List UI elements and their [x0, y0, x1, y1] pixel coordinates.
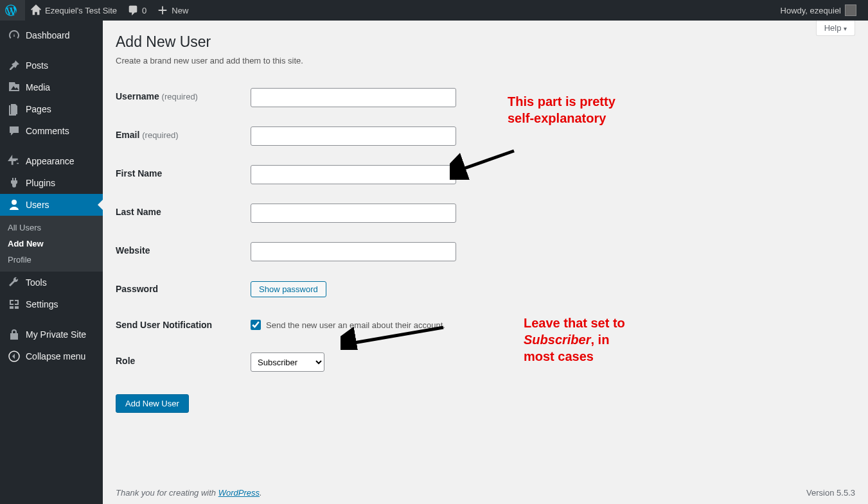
- sidebar-item-tools: Tools: [0, 272, 103, 293]
- wp-logo-menu[interactable]: [0, 0, 25, 21]
- notification-checkbox[interactable]: [251, 320, 261, 330]
- pin-icon: [8, 59, 21, 72]
- sidebar-item-label: Tools: [26, 277, 47, 288]
- page-description: Create a brand new user and add them to …: [116, 56, 855, 65]
- main-content: Add New User Create a brand new user and…: [103, 21, 868, 504]
- admin-footer: Thank you for creating with WordPress. V…: [116, 488, 855, 498]
- site-name-label: Ezequiel's Test Site: [45, 6, 117, 15]
- username-label: Username: [116, 91, 159, 101]
- username-required: (required): [162, 92, 198, 101]
- comments-menu-icon: [8, 125, 21, 137]
- password-label: Password: [116, 284, 158, 294]
- users-icon: [8, 198, 21, 211]
- sidebar-item-comments: Comments: [0, 120, 103, 142]
- plugins-icon: [8, 177, 21, 189]
- sidebar-item-pages: Pages: [0, 98, 103, 120]
- add-new-user-button[interactable]: Add New User: [116, 394, 189, 413]
- sidebar-item-label: Settings: [26, 299, 58, 309]
- comments-count: 0: [142, 6, 146, 15]
- sidebar-item-label: Collapse menu: [26, 351, 85, 361]
- comments-icon: [127, 4, 139, 16]
- footer-thank-you: Thank you for creating with WordPress.: [116, 488, 262, 498]
- new-content-link[interactable]: New: [152, 0, 193, 21]
- comments-link[interactable]: 0: [122, 0, 152, 21]
- site-name-link[interactable]: Ezequiel's Test Site: [25, 0, 122, 21]
- role-select[interactable]: Subscriber: [251, 352, 324, 372]
- sidebar-item-label: Media: [26, 82, 50, 92]
- my-account-link[interactable]: Howdy, ezequiel: [775, 0, 862, 21]
- sidebar-item-settings: Settings: [0, 293, 103, 315]
- firstname-label: First Name: [116, 168, 162, 178]
- sidebar-item-dashboard: Dashboard: [0, 24, 103, 46]
- settings-icon: [8, 298, 21, 311]
- sidebar-item-label: Dashboard: [26, 30, 70, 40]
- help-tab[interactable]: Help: [816, 21, 855, 36]
- plus-icon: [157, 4, 168, 16]
- submenu-profile: Profile: [0, 252, 103, 268]
- sidebar-item-my-private-site: My Private Site: [0, 324, 103, 345]
- sidebar-item-media: Media: [0, 76, 103, 98]
- website-label: Website: [116, 245, 150, 256]
- sidebar-item-plugins: Plugins: [0, 172, 103, 194]
- page-title: Add New User: [116, 33, 855, 51]
- sidebar-item-label: Users: [26, 200, 49, 210]
- media-icon: [8, 81, 21, 94]
- sidebar-item-label: My Private Site: [26, 329, 86, 340]
- admin-sidebar: Dashboard Posts Media Pages Comments App…: [0, 21, 103, 504]
- avatar: [845, 4, 856, 16]
- firstname-input[interactable]: [251, 165, 456, 184]
- sidebar-item-label: Appearance: [26, 156, 75, 166]
- email-required: (required): [142, 130, 178, 140]
- sidebar-item-label: Pages: [26, 104, 51, 114]
- new-user-form: Username (required) Email (required) Fir…: [116, 78, 855, 381]
- role-label: Role: [116, 356, 135, 366]
- dashboard-icon: [8, 29, 21, 42]
- collapse-icon: [8, 350, 21, 363]
- howdy-label: Howdy, ezequiel: [781, 6, 841, 15]
- notification-text: Send the new user an email about their a…: [266, 320, 445, 330]
- submenu-all-users: All Users: [0, 220, 103, 236]
- users-submenu: All Users Add New Profile: [0, 216, 103, 272]
- lastname-input[interactable]: [251, 204, 456, 223]
- appearance-icon: [8, 155, 21, 168]
- lock-icon: [8, 328, 21, 341]
- sidebar-item-collapse: Collapse menu: [0, 345, 103, 367]
- new-content-label: New: [172, 6, 188, 15]
- sidebar-item-posts: Posts: [0, 55, 103, 76]
- wordpress-logo-icon: [5, 4, 17, 16]
- sidebar-item-label: Comments: [26, 126, 69, 136]
- wordpress-link[interactable]: WordPress: [218, 488, 260, 498]
- show-password-button[interactable]: Show password: [251, 281, 326, 297]
- home-icon: [30, 4, 42, 16]
- email-label: Email: [116, 130, 139, 140]
- sidebar-item-label: Posts: [26, 60, 48, 71]
- website-input[interactable]: [251, 242, 456, 261]
- email-input[interactable]: [251, 126, 456, 146]
- sidebar-item-users: Users: [0, 194, 103, 216]
- tools-icon: [8, 276, 21, 289]
- version-label: Version 5.5.3: [806, 488, 855, 498]
- admin-toolbar: Ezequiel's Test Site 0 New Howdy, ezequi…: [0, 0, 868, 21]
- pages-icon: [8, 103, 21, 116]
- submenu-add-new: Add New: [0, 236, 103, 252]
- lastname-label: Last Name: [116, 207, 161, 217]
- sidebar-item-appearance: Appearance: [0, 150, 103, 172]
- username-input[interactable]: [251, 88, 456, 107]
- notification-label: Send User Notification: [116, 320, 212, 330]
- sidebar-item-label: Plugins: [26, 178, 55, 188]
